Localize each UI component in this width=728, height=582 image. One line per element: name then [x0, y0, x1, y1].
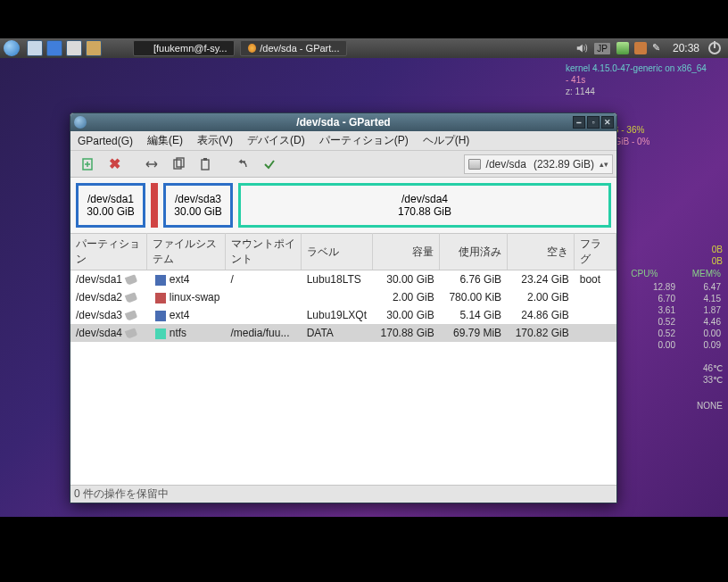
applications-menu-icon[interactable]: [4, 40, 20, 56]
copy-button[interactable]: [169, 154, 188, 174]
volume-icon[interactable]: [575, 42, 588, 54]
new-button[interactable]: [78, 154, 97, 174]
delete-button[interactable]: ✖: [104, 154, 124, 174]
taskbar-item-gparted[interactable]: /dev/sda - GPart...: [240, 40, 347, 56]
table-blank-area: [70, 342, 616, 485]
menu-view[interactable]: 表示(V): [190, 133, 240, 148]
partition-table[interactable]: パーティション ファイルシステム マウントポイント ラベル 容量 使用済み 空き…: [70, 233, 616, 342]
cell-used: 6.76 GiB: [440, 270, 507, 289]
launcher-files-icon[interactable]: [27, 40, 43, 56]
cell-partition: /dev/sda2: [70, 288, 146, 306]
cell-flags: boot: [575, 270, 616, 289]
launcher-browser-icon[interactable]: [46, 40, 62, 56]
menu-help[interactable]: ヘルプ(H): [416, 133, 477, 148]
clipboard-icon[interactable]: ✎: [652, 42, 665, 54]
lock-icon: [125, 328, 137, 340]
cell-mount: [225, 288, 301, 306]
table-row[interactable]: /dev/sda1 ext4/Lubu18LTS30.00 GiB6.76 Gi…: [70, 270, 616, 289]
col-partition[interactable]: パーティション: [70, 234, 146, 270]
cell-flags: [575, 324, 616, 342]
device-selector[interactable]: /dev/sda (232.89 GiB) ▴▾: [464, 154, 613, 174]
cell-label: DATA: [302, 324, 372, 342]
cell-used: 69.79 MiB: [440, 324, 507, 342]
col-mount[interactable]: マウントポイント: [225, 234, 301, 270]
partmap-sda1[interactable]: /dev/sda1 30.00 GiB: [76, 183, 145, 228]
menu-edit[interactable]: 編集(E): [140, 133, 190, 148]
cell-free: 23.24 GiB: [507, 270, 575, 289]
fs-color-swatch: [155, 311, 166, 321]
fs-color-swatch: [155, 328, 166, 339]
cell-fs: ext4: [146, 270, 225, 289]
resize-button[interactable]: [142, 154, 161, 174]
cell-mount: /media/fuu...: [225, 324, 301, 342]
device-size: (232.89 GiB): [534, 158, 594, 170]
partition-map[interactable]: /dev/sda1 30.00 GiB /dev/sda3 30.00 GiB …: [70, 178, 616, 233]
conky-ul: 0B: [712, 256, 723, 266]
window-title: /dev/sda - GParted: [296, 116, 390, 129]
cell-flags: [575, 306, 616, 324]
cell-used: 5.14 GiB: [440, 306, 507, 324]
menu-partition[interactable]: パーティション(P): [312, 133, 416, 148]
network-icon[interactable]: [616, 42, 629, 54]
col-free[interactable]: 空き: [507, 234, 575, 270]
partmap-sda2-swap[interactable]: [151, 183, 158, 228]
conky-freq: z: 1144: [566, 86, 723, 97]
cell-partition: /dev/sda4: [70, 324, 146, 342]
menu-device[interactable]: デバイス(D): [240, 133, 312, 148]
taskbar-item-label: /dev/sda - GPart...: [260, 43, 339, 54]
menubar: GParted(G) 編集(E) 表示(V) デバイス(D) パーティション(P…: [70, 131, 616, 151]
cell-size: 30.00 GiB: [372, 270, 440, 289]
window-menu-icon[interactable]: [74, 116, 87, 129]
taskbar: [fuukemn@f-sy... /dev/sda - GPart... JP …: [0, 38, 728, 58]
statusbar: 0 件の操作を保留中: [70, 485, 616, 503]
paste-button[interactable]: [195, 154, 215, 174]
cell-size: 30.00 GiB: [372, 306, 440, 324]
power-icon[interactable]: [708, 42, 721, 54]
close-button[interactable]: ✕: [601, 116, 614, 129]
apply-button[interactable]: [260, 154, 279, 174]
clock[interactable]: 20:38: [673, 42, 699, 54]
table-row[interactable]: /dev/sda4 ntfs/media/fuu...DATA170.88 Gi…: [70, 324, 616, 342]
table-row[interactable]: /dev/sda3 ext4Lubu19LXQt30.00 GiB5.14 Gi…: [70, 306, 616, 324]
table-row[interactable]: /dev/sda2 linux-swap2.00 GiB780.00 KiB2.…: [70, 288, 616, 306]
cell-fs: ntfs: [146, 324, 225, 342]
updates-icon[interactable]: [634, 42, 647, 54]
titlebar[interactable]: /dev/sda - GParted ‒ ▫ ✕: [70, 113, 616, 131]
partmap-size: 30.00 GiB: [174, 205, 221, 218]
cell-size: 2.00 GiB: [372, 288, 440, 306]
col-flags[interactable]: フラグ: [575, 234, 616, 270]
svg-rect-3: [202, 160, 209, 170]
harddisk-icon: [468, 159, 481, 170]
col-fs[interactable]: ファイルシステム: [146, 234, 225, 270]
maximize-button[interactable]: ▫: [587, 116, 600, 129]
cell-fs: ext4: [146, 306, 225, 324]
cell-free: 2.00 GiB: [507, 288, 575, 306]
launcher-filemanager-icon[interactable]: [86, 40, 102, 56]
cell-free: 170.82 GiB: [507, 324, 575, 342]
gparted-icon: [248, 44, 256, 53]
cell-free: 24.86 GiB: [507, 306, 575, 324]
conky-uptime: - 41s: [566, 74, 723, 86]
chevron-up-down-icon: ▴▾: [600, 160, 608, 169]
ime-indicator[interactable]: JP: [594, 43, 610, 54]
launcher-terminal-icon[interactable]: [66, 40, 82, 56]
minimize-button[interactable]: ‒: [573, 116, 585, 129]
undo-button[interactable]: [233, 154, 252, 174]
col-size[interactable]: 容量: [372, 234, 440, 270]
cell-flags: [575, 288, 616, 306]
menu-gparted[interactable]: GParted(G): [70, 135, 140, 147]
conky-dl: 0B: [712, 245, 723, 254]
taskbar-item-terminal[interactable]: [fuukemn@f-sy...: [133, 40, 235, 56]
cell-partition: /dev/sda1: [70, 270, 146, 289]
lock-icon: [125, 311, 137, 322]
partmap-name: /dev/sda3: [175, 193, 221, 205]
svg-rect-4: [203, 158, 207, 161]
cell-label: [302, 288, 372, 306]
partmap-name: /dev/sda4: [401, 193, 448, 205]
fs-color-swatch: [155, 275, 166, 286]
col-used[interactable]: 使用済み: [440, 234, 507, 270]
cell-used: 780.00 KiB: [440, 288, 507, 306]
partmap-sda4[interactable]: /dev/sda4 170.88 GiB: [238, 183, 611, 228]
col-label[interactable]: ラベル: [302, 234, 372, 270]
partmap-sda3[interactable]: /dev/sda3 30.00 GiB: [163, 183, 233, 228]
